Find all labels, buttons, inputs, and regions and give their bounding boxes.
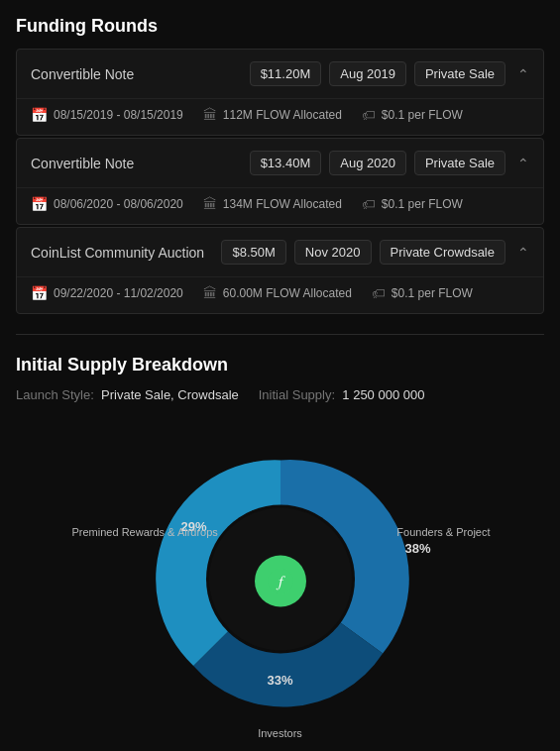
calendar-icon-1: 📅	[31, 196, 48, 212]
date-range-text-0: 08/15/2019 - 08/15/2019	[54, 108, 183, 122]
detail-date-range-2: 📅 09/22/2020 - 11/02/2020	[31, 285, 183, 301]
initial-supply-value: 1 250 000 000	[342, 387, 424, 402]
round-header-0: Convertible Note $11.20M Aug 2019 Privat…	[17, 50, 543, 98]
round-date-1: Aug 2020	[329, 151, 406, 175]
initial-supply-label: Initial Supply:	[259, 387, 335, 402]
funding-rounds-list: Convertible Note $11.20M Aug 2019 Privat…	[16, 49, 544, 314]
round-type-2: Private Crowdsale	[380, 240, 506, 265]
bank-icon-0: 🏛	[203, 107, 217, 123]
round-amount-2: $8.50M	[221, 240, 285, 265]
round-name-2: CoinList Community Auction	[31, 245, 213, 261]
allocated-text-1: 134M FLOW Allocated	[223, 197, 342, 211]
label-founders: Founders & Project	[396, 526, 490, 538]
chevron-icon-1[interactable]: ⌃	[517, 156, 529, 171]
chevron-icon-2[interactable]: ⌃	[517, 245, 529, 261]
tag-icon-1: 🏷	[362, 196, 376, 212]
bank-icon-2: 🏛	[203, 285, 217, 301]
date-range-text-1: 08/06/2020 - 08/06/2020	[54, 197, 183, 211]
round-card-1: Convertible Note $13.40M Aug 2020 Privat…	[16, 138, 544, 225]
round-card-2: CoinList Community Auction $8.50M Nov 20…	[16, 227, 544, 314]
supply-title: Initial Supply Breakdown	[16, 355, 544, 376]
detail-date-range-1: 📅 08/06/2020 - 08/06/2020	[31, 196, 183, 212]
pct-founders: 38%	[404, 541, 430, 556]
detail-price-2: 🏷 $0.1 per FLOW	[372, 285, 473, 301]
calendar-icon-2: 📅	[31, 285, 48, 301]
tag-icon-0: 🏷	[362, 107, 376, 123]
funding-rounds-title: Funding Rounds	[16, 16, 544, 37]
chevron-icon-0[interactable]: ⌃	[517, 66, 529, 82]
label-investors: Investors	[258, 727, 302, 739]
calendar-icon-0: 📅	[31, 107, 48, 123]
round-amount-0: $11.20M	[250, 61, 322, 86]
detail-date-range-0: 📅 08/15/2019 - 08/15/2019	[31, 107, 183, 123]
round-date-2: Nov 2020	[294, 240, 372, 265]
detail-allocated-1: 🏛 134M FLOW Allocated	[203, 196, 342, 212]
detail-price-0: 🏷 $0.1 per FLOW	[362, 107, 463, 123]
tag-icon-2: 🏷	[372, 285, 386, 301]
supply-breakdown-section: Initial Supply Breakdown Launch Style: P…	[16, 355, 544, 749]
round-type-0: Private Sale	[414, 61, 505, 86]
launch-label: Launch Style:	[16, 387, 94, 402]
donut-chart-wrapper: 𝑓 29% 38% 33% Premined Rewards & Airdrop…	[53, 412, 508, 749]
supply-info: Launch Style: Private Sale, Crowdsale In…	[16, 387, 544, 402]
round-name-0: Convertible Note	[31, 66, 242, 82]
round-details-2: 📅 09/22/2020 - 11/02/2020 🏛 60.00M FLOW …	[17, 276, 543, 313]
detail-price-1: 🏷 $0.1 per FLOW	[362, 196, 463, 212]
price-text-2: $0.1 per FLOW	[392, 286, 473, 300]
detail-allocated-0: 🏛 112M FLOW Allocated	[203, 107, 342, 123]
section-divider	[16, 334, 544, 335]
round-card-0: Convertible Note $11.20M Aug 2019 Privat…	[16, 49, 544, 136]
price-text-0: $0.1 per FLOW	[382, 108, 463, 122]
round-header-1: Convertible Note $13.40M Aug 2020 Privat…	[17, 139, 543, 187]
flow-logo-icon: 𝑓	[267, 567, 294, 594]
pct-investors: 33%	[267, 673, 292, 688]
funding-rounds-section: Funding Rounds Convertible Note $11.20M …	[16, 16, 544, 314]
round-header-2: CoinList Community Auction $8.50M Nov 20…	[17, 228, 543, 276]
round-type-1: Private Sale	[414, 151, 505, 175]
center-logo: 𝑓	[255, 555, 306, 606]
launch-value: Private Sale, Crowdsale	[101, 387, 239, 402]
round-date-0: Aug 2019	[329, 61, 406, 86]
label-premined: Premined Rewards & Airdrops	[72, 526, 218, 538]
detail-allocated-2: 🏛 60.00M FLOW Allocated	[203, 285, 352, 301]
bank-icon-1: 🏛	[203, 196, 217, 212]
date-range-text-2: 09/22/2020 - 11/02/2020	[54, 286, 183, 300]
round-details-1: 📅 08/06/2020 - 08/06/2020 🏛 134M FLOW Al…	[17, 187, 543, 224]
round-details-0: 📅 08/15/2019 - 08/15/2019 🏛 112M FLOW Al…	[17, 98, 543, 135]
page-container: Funding Rounds Convertible Note $11.20M …	[0, 0, 560, 751]
round-amount-1: $13.40M	[250, 151, 322, 175]
price-text-1: $0.1 per FLOW	[382, 197, 463, 211]
round-name-1: Convertible Note	[31, 156, 242, 171]
allocated-text-2: 60.00M FLOW Allocated	[223, 286, 352, 300]
allocated-text-0: 112M FLOW Allocated	[223, 108, 342, 122]
